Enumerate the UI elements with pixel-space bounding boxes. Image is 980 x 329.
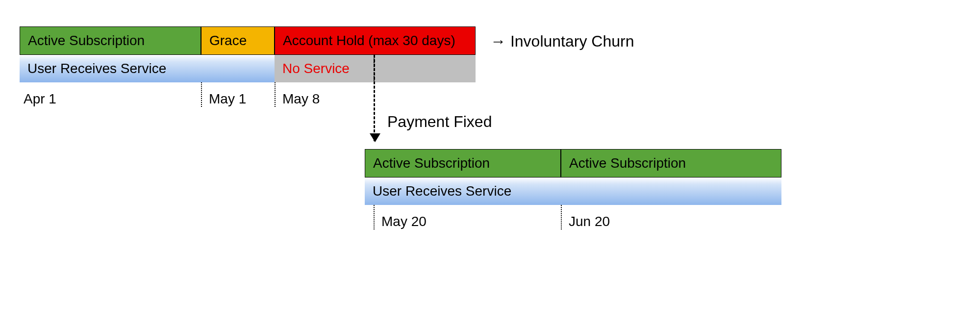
top-date-may8: May 8 — [282, 91, 320, 107]
top-date-may1: May 1 — [209, 91, 246, 107]
top-date-apr1: Apr 1 — [24, 91, 56, 107]
down-arrow-icon — [374, 55, 375, 141]
bottom-date-jun20: Jun 20 — [569, 214, 610, 229]
bottom-tick-1 — [374, 205, 375, 229]
top-active-block: Active Subscription — [20, 26, 201, 55]
bottom-active-block-2: Active Subscription — [561, 149, 781, 177]
top-tick-2 — [275, 82, 276, 107]
payment-fixed-label: Payment Fixed — [387, 113, 492, 131]
top-no-service-block: No Service — [275, 55, 476, 82]
top-tick-1 — [201, 82, 202, 107]
bottom-tick-2 — [561, 205, 562, 229]
top-hold-block: Account Hold (max 30 days) — [275, 26, 476, 55]
bottom-date-may20: May 20 — [381, 214, 427, 229]
bottom-service-block: User Receives Service — [365, 177, 781, 205]
top-service-block: User Receives Service — [20, 55, 275, 82]
top-grace-block: Grace — [201, 26, 275, 55]
involuntary-churn-label: → Involuntary Churn — [490, 32, 634, 51]
diagram-canvas: Active Subscription Grace Account Hold (… — [0, 0, 980, 329]
bottom-active-block-1: Active Subscription — [365, 149, 561, 177]
no-service-label: No Service — [282, 62, 350, 76]
